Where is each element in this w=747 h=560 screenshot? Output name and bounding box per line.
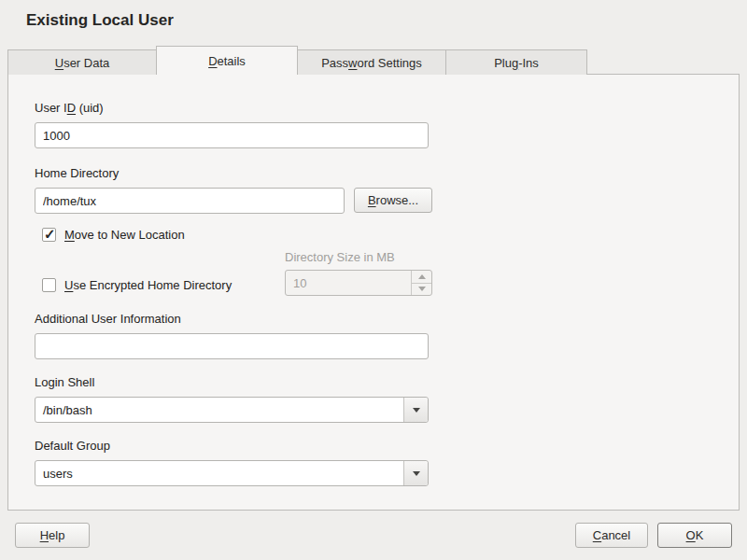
help-button[interactable]: Help [15,523,90,548]
browse-button[interactable]: Browse... [354,188,432,213]
move-to-new-location-checkbox[interactable]: Move to New Location [42,226,185,243]
tab-bar: User Data Details Password Settings Plug… [7,46,587,75]
directory-size-label: Directory Size in MB [285,250,395,264]
cancel-button[interactable]: Cancel [575,523,648,548]
move-to-new-location-label: Move to New Location [64,228,185,242]
home-directory-input[interactable] [35,188,345,214]
home-directory-label: Home Directory [35,166,119,180]
tab-user-data[interactable]: User Data [7,49,157,75]
use-encrypted-home-checkbox[interactable]: Use Encrypted Home Directory [42,276,232,293]
user-id-input[interactable] [35,122,429,148]
tab-password-settings[interactable]: Password Settings [297,49,446,75]
directory-size-input [286,271,411,295]
additional-user-info-label: Additional User Information [35,312,181,326]
default-group-combobox[interactable]: users [35,460,429,486]
chevron-down-icon [413,471,420,476]
ok-button[interactable]: OK [657,523,732,548]
user-id-label: User ID (uid) [35,101,104,115]
default-group-value: users [35,461,403,485]
checkbox-icon[interactable] [42,228,56,242]
chevron-down-icon [413,408,420,413]
directory-size-spinbox [285,270,432,296]
use-encrypted-home-label: Use Encrypted Home Directory [64,278,232,292]
dropdown-button[interactable] [403,461,428,485]
arrow-down-icon [418,287,426,291]
arrow-up-icon [418,274,426,279]
spin-down-button [412,283,431,296]
tab-details[interactable]: Details [156,46,298,75]
login-shell-label: Login Shell [35,375,94,389]
spin-up-button [412,271,431,283]
spin-buttons [411,271,431,295]
additional-user-info-input[interactable] [35,333,429,359]
default-group-label: Default Group [35,439,110,453]
details-tab-panel: User ID (uid) Home Directory Browse... M… [7,74,740,511]
login-shell-combobox[interactable]: /bin/bash [35,397,429,423]
tab-plug-ins[interactable]: Plug-Ins [445,49,587,75]
dropdown-button[interactable] [403,398,428,422]
checkbox-icon[interactable] [42,278,56,292]
page-title: Existing Local User [26,11,174,30]
login-shell-value: /bin/bash [35,398,403,422]
